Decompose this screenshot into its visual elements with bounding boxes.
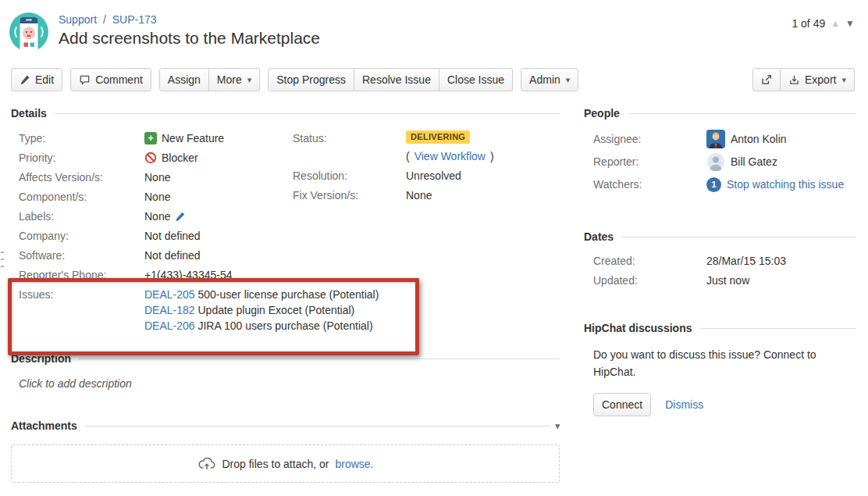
previous-issue-icon[interactable]: ▲: [831, 19, 840, 28]
share-export-group: Export ▾: [752, 68, 855, 91]
export-dropdown-button[interactable]: Export ▾: [781, 68, 855, 91]
fix-versions-label: Fix Version/s:: [293, 187, 406, 203]
project-avatar-icon: [9, 12, 48, 52]
workflow-button-group: Stop Progress Resolve Issue Close Issue: [268, 68, 513, 91]
hipchat-dismiss-link[interactable]: Dismiss: [665, 398, 703, 411]
comment-button[interactable]: Comment: [70, 68, 151, 91]
edit-labels-pencil-icon[interactable]: [175, 211, 186, 222]
company-value: Not defined: [144, 228, 201, 244]
issue-link[interactable]: DEAL-182: [144, 304, 195, 316]
comment-bubble-icon: [79, 74, 91, 86]
reporter-name[interactable]: Bill Gatez: [731, 155, 777, 168]
priority-label: Priority:: [19, 150, 144, 166]
chevron-down-icon: ▾: [841, 76, 846, 84]
affects-versions-value: None: [144, 169, 170, 185]
company-label: Company:: [19, 228, 144, 244]
attachments-options-icon[interactable]: ▾: [555, 421, 560, 431]
reporter-phone-value: +1(433)-43345-54: [144, 267, 232, 283]
stop-progress-button[interactable]: Stop Progress: [268, 68, 354, 91]
close-issue-label: Close Issue: [447, 73, 504, 86]
issue-sidebar: People Assignee: Anton Kolin: [584, 107, 856, 483]
field-updated: Updated: Just now: [593, 273, 856, 288]
heading-rule: [79, 359, 560, 359]
heading-rule: [699, 328, 856, 329]
watchers-count-badge[interactable]: 1: [706, 177, 721, 192]
issue-summary: Update plugin Exocet (Potential): [197, 304, 354, 316]
field-created: Created: 28/Mar/15 15:03: [593, 253, 856, 269]
heading-rule: [85, 426, 551, 426]
attachments-module: Attachments ▾ Drop files to attach, or b…: [11, 419, 560, 483]
linked-issue-row: DEAL-206 JIRA 100 users purchase (Potent…: [144, 318, 373, 334]
breadcrumb-issue-link[interactable]: SUP-173: [112, 13, 157, 26]
export-download-icon: [788, 74, 800, 86]
dropzone-text: Drop files to attach, or: [222, 458, 329, 470]
components-value: None: [144, 189, 170, 205]
breadcrumb: Support / SUP-173: [59, 13, 320, 26]
created-label: Created:: [593, 253, 706, 269]
share-icon: [760, 73, 773, 86]
resolution-value: Unresolved: [406, 168, 461, 184]
view-workflow-link[interactable]: View Workflow: [414, 148, 486, 164]
hipchat-heading-label: HipChat discussions: [584, 322, 692, 334]
watchers-label: Watchers:: [593, 178, 706, 191]
hipchat-heading: HipChat discussions: [584, 322, 856, 334]
labels-label: Labels:: [19, 209, 144, 224]
field-reporter-phone: Reporter's Phone: +1(433)-43345-54: [19, 267, 560, 283]
project-avatar: [9, 12, 48, 52]
affects-versions-label: Affects Version/s:: [19, 169, 144, 185]
description-placeholder[interactable]: Click to add description: [19, 377, 560, 390]
panel-resize-handle[interactable]: [1, 252, 4, 267]
issue-toolbar: Edit Comment Assign More ▾ Stop Progress…: [0, 68, 868, 91]
description-module: Description Click to add description: [11, 352, 560, 390]
breadcrumb-project-link[interactable]: Support: [59, 13, 97, 26]
issue-details-column: Details Type: + New Feature Pri: [11, 107, 560, 483]
edit-button[interactable]: Edit: [11, 68, 62, 91]
issue-main: Details Type: + New Feature Pri: [0, 107, 868, 483]
field-resolution: Resolution: Unresolved: [293, 168, 558, 184]
jira-issue-page: Support / SUP-173 Add screenshots to the…: [0, 0, 868, 496]
toolbar-right-group: Export ▾: [752, 68, 855, 91]
issue-summary: 500-user license purchase (Potential): [197, 288, 379, 301]
reporter-label: Reporter:: [593, 155, 706, 168]
components-label: Component/s:: [19, 189, 144, 205]
workflow-paren-close: ): [490, 148, 494, 164]
chevron-down-icon: ▾: [566, 76, 571, 84]
resolve-issue-button[interactable]: Resolve Issue: [354, 68, 439, 91]
details-right-fields: Status: DELIVERING (View Workflow) Resol…: [293, 130, 558, 207]
assign-button[interactable]: Assign: [159, 68, 209, 91]
upload-cloud-icon: [197, 455, 216, 473]
close-issue-button[interactable]: Close Issue: [439, 68, 513, 91]
comment-button-label: Comment: [95, 73, 143, 86]
hipchat-message: Do you want to discuss this issue? Conne…: [593, 346, 852, 380]
stop-watching-link[interactable]: Stop watching this issue: [727, 178, 844, 191]
browse-link[interactable]: browse.: [335, 458, 373, 470]
issue-link[interactable]: DEAL-205: [144, 288, 195, 301]
connect-button-label: Connect: [602, 398, 642, 411]
linked-issue-row: DEAL-182 Update plugin Exocet (Potential…: [144, 302, 354, 318]
assignee-label: Assignee:: [593, 133, 706, 145]
description-heading: Description: [11, 352, 560, 365]
resolution-label: Resolution:: [293, 168, 406, 184]
admin-dropdown-button[interactable]: Admin ▾: [521, 68, 578, 91]
attachments-dropzone[interactable]: Drop files to attach, or browse.: [11, 444, 560, 483]
more-dropdown-button[interactable]: More ▾: [209, 68, 260, 91]
status-badge: DELIVERING: [406, 130, 470, 144]
description-heading-label: Description: [11, 352, 71, 365]
software-label: Software:: [19, 248, 144, 263]
stop-progress-label: Stop Progress: [276, 73, 346, 86]
assignee-name[interactable]: Anton Kolin: [731, 133, 787, 145]
issue-pager: 1 of 49 ▲ ▼: [792, 17, 855, 30]
people-heading: People: [584, 107, 856, 120]
dates-heading-label: Dates: [584, 230, 614, 243]
share-button[interactable]: [752, 68, 781, 91]
admin-button-label: Admin: [529, 73, 560, 86]
next-issue-icon[interactable]: ▼: [845, 19, 855, 28]
priority-value: Blocker: [162, 150, 198, 166]
field-fix-versions: Fix Version/s: None: [293, 187, 558, 203]
reporter-avatar: [706, 152, 725, 171]
details-heading: Details: [11, 107, 560, 120]
hipchat-connect-button[interactable]: Connect: [593, 393, 651, 416]
field-assignee: Assignee: Anton Kolin: [593, 130, 856, 148]
field-view-workflow: (View Workflow): [293, 148, 558, 164]
issue-link[interactable]: DEAL-206: [144, 319, 195, 332]
